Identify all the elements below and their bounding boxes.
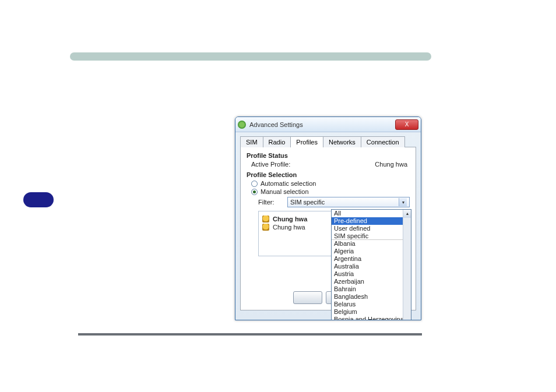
dropdown-option[interactable]: Austria [332,270,411,278]
profile-status-title: Profile Status [247,152,410,159]
dropdown-option[interactable]: User defined [332,225,411,232]
tab-networks[interactable]: Networks [323,136,361,147]
tab-sim[interactable]: SIM [240,136,263,147]
active-profile-label: Active Profile: [251,161,290,168]
profile-selection-title: Profile Selection [247,171,410,178]
window-title: Advanced Settings [249,121,395,128]
chevron-down-icon: ▾ [399,198,407,206]
scrollbar[interactable]: ▴ ▾ [403,210,411,320]
active-profile-value: Chung hwa [375,161,407,168]
dropdown-option[interactable]: SIM specific [332,232,411,240]
dropdown-option[interactable]: Bosnia and Herzegovina [332,316,411,320]
list-item[interactable]: Chung hwa [261,215,331,223]
radio-icon [251,181,258,187]
dropdown-option[interactable]: Belgium [332,308,411,316]
radio-icon-checked [251,189,258,195]
dialog-content: SIM Radio Profiles Networks Connection P… [235,132,421,314]
note-badge [23,192,54,207]
filter-value: SIM specific [290,199,325,206]
list-item[interactable]: Chung hwa [261,223,331,231]
filter-label: Filter: [258,199,287,206]
dropdown-option[interactable]: Pre-defined [332,217,411,225]
filter-dropdown-open[interactable]: AllPre-definedUser definedSIM specificAl… [331,209,411,320]
dropdown-option[interactable]: Bahrain [332,285,411,293]
tab-radio[interactable]: Radio [263,136,291,147]
filter-combobox[interactable]: SIM specific ▾ [287,197,410,207]
dropdown-option[interactable]: Belarus [332,301,411,308]
dropdown-option[interactable]: Albania [332,240,411,248]
dropdown-option[interactable]: Algeria [332,248,411,255]
dialog-button-1[interactable] [293,291,322,304]
tab-connection[interactable]: Connection [361,136,405,147]
tab-profiles[interactable]: Profiles [290,136,323,147]
dropdown-option[interactable]: Argentina [332,255,411,263]
profile-name: Chung hwa [273,224,305,231]
tab-body-profiles: Profile Status Active Profile: Chung hwa… [240,147,416,310]
dropdown-option[interactable]: Azerbaijan [332,278,411,285]
profiles-listbox[interactable]: Chung hwa Chung hwa [258,211,334,256]
decorative-header-bar [70,52,431,61]
scroll-up-icon[interactable]: ▴ [403,210,411,218]
automatic-selection-label: Automatic selection [261,180,316,187]
titlebar: Advanced Settings X [235,117,421,132]
manual-selection-label: Manual selection [261,188,309,195]
dropdown-option[interactable]: Australia [332,263,411,270]
lock-icon [262,216,269,223]
lock-icon [262,224,269,231]
automatic-selection-row[interactable]: Automatic selection [251,180,410,187]
profile-name: Chung hwa [273,216,307,223]
dropdown-option[interactable]: All [332,210,411,217]
manual-selection-row[interactable]: Manual selection [251,188,410,195]
advanced-settings-dialog: Advanced Settings X SIM Radio Profiles N… [235,116,421,320]
tab-strip: SIM Radio Profiles Networks Connection [240,136,416,147]
close-button[interactable]: X [395,119,418,130]
dropdown-option[interactable]: Bangladesh [332,293,411,301]
app-icon [238,121,246,129]
footer-divider [78,333,422,336]
